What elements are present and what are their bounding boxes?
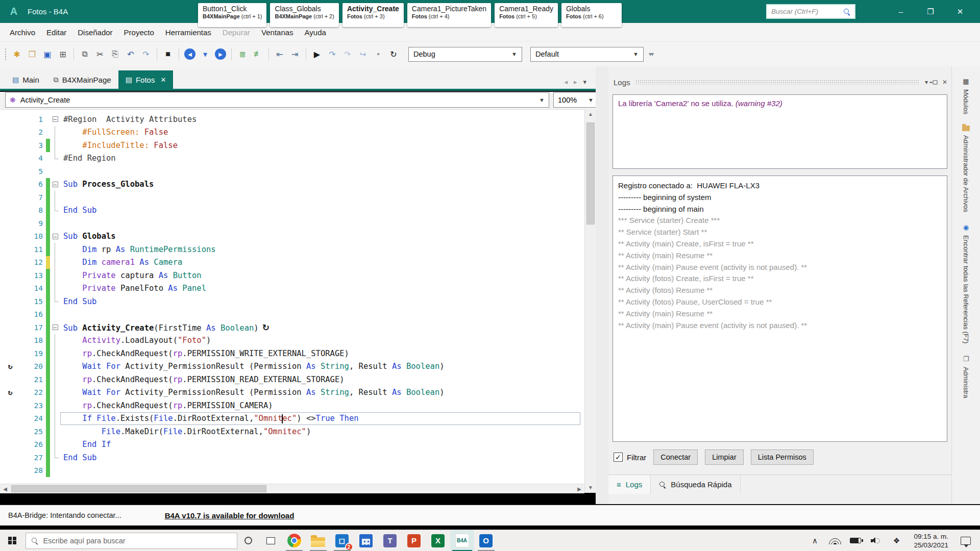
- code-text[interactable]: rp.CheckAndRequest(rp.PERMISSION_CAMERA): [60, 401, 273, 410]
- code-line-12[interactable]: 12 Dim camera1 As Camera: [0, 256, 584, 269]
- code-line-15[interactable]: 15End Sub: [0, 295, 584, 308]
- comment-button[interactable]: ≣: [236, 47, 249, 61]
- bookmark-button[interactable]: ■: [161, 47, 175, 61]
- restart-button[interactable]: ↻: [387, 47, 400, 61]
- tab-logs[interactable]: ≡ Logs: [608, 475, 651, 494]
- sub-selector-combobox[interactable]: ❋ Activity_Create ▼: [5, 92, 549, 108]
- scrollbar-thumb[interactable]: [586, 122, 595, 224]
- code-text[interactable]: Sub Process_Globals: [60, 180, 154, 189]
- zoom-combobox[interactable]: 100% ▼: [553, 92, 598, 108]
- scroll-right-icon[interactable]: ▶: [574, 484, 584, 494]
- code-line-21[interactable]: 21 rp.CheckAndRequest(rp.PERMISSION_READ…: [0, 373, 584, 386]
- quick-tab-camera1-ready[interactable]: Camera1_ReadyFotos (ctrl + 5): [495, 3, 558, 27]
- code-line-25[interactable]: 25 File.MakeDir(File.DirRootExternal,"Om…: [0, 425, 584, 438]
- device-log-box[interactable]: Registro conectado a: HUAWEI FLA-LX3----…: [612, 176, 947, 442]
- explorer-taskbar-icon[interactable]: [306, 530, 330, 551]
- quick-tab-globals[interactable]: GlobalsFotos (ctrl + 6): [561, 3, 622, 27]
- code-line-14[interactable]: 14 Private PanelFoto As Panel: [0, 282, 584, 295]
- outdent-button[interactable]: ⇤: [273, 47, 286, 61]
- toolbar-grip[interactable]: [5, 48, 7, 60]
- teams-taskbar-icon[interactable]: T: [378, 530, 402, 551]
- fold-collapse-icon[interactable]: –: [53, 116, 58, 122]
- panel-menu-icon[interactable]: ▾: [925, 79, 928, 86]
- back-history-dropdown[interactable]: ▾: [199, 47, 212, 61]
- taskbar-search-box[interactable]: Escribe aquí para buscar: [26, 533, 237, 549]
- outlook-taskbar-icon[interactable]: O: [474, 530, 498, 551]
- paste-button[interactable]: ⎘: [109, 47, 122, 61]
- code-line-16[interactable]: 16: [0, 308, 584, 321]
- new-project-button[interactable]: ✱: [10, 47, 23, 61]
- badged-app-taskbar-icon[interactable]: ◻2: [330, 530, 354, 551]
- scroll-down-icon[interactable]: ▼: [585, 483, 596, 493]
- save-button[interactable]: ▣: [41, 47, 54, 61]
- tray-chevron-up-icon[interactable]: ∧: [805, 530, 824, 551]
- code-line-7[interactable]: 7: [0, 191, 584, 204]
- code-line-18[interactable]: 18 Activity.LoadLayout("Foto"): [0, 334, 584, 347]
- debug-mode-combobox[interactable]: Debug▼: [408, 47, 522, 62]
- code-line-11[interactable]: 11 Dim rp As RuntimePermissions: [0, 243, 584, 256]
- panel-grip[interactable]: [635, 80, 920, 85]
- sidebar-item-administra[interactable]: ❐Administra: [952, 355, 980, 398]
- code-line-2[interactable]: 2 #FullScreen: False: [0, 126, 584, 139]
- code-line-22[interactable]: ↻22 Wait For Activity_PermissionResult (…: [0, 386, 584, 399]
- code-text[interactable]: Dim camera1 As Camera: [60, 258, 182, 267]
- resume-button[interactable]: ↪: [356, 47, 370, 61]
- task-view-button[interactable]: [260, 530, 282, 551]
- build-configuration-combobox[interactable]: Default▼: [530, 47, 644, 62]
- code-line-1[interactable]: 1–#Region Activity Attributes: [0, 113, 584, 126]
- quick-tab-activity-create[interactable]: Activity_CreateFotos (ctrl + 3): [342, 3, 404, 27]
- sidebar-item-modulos[interactable]: ▦Módulos: [952, 78, 980, 114]
- undock-tab-button[interactable]: ⧉: [78, 47, 91, 61]
- tab-scroll-left-icon[interactable]: ◂: [564, 78, 568, 86]
- menu-editar[interactable]: Editar: [41, 25, 72, 40]
- code-line-19[interactable]: 19 rp.CheckAndRequest(rp.PERMISSION_WRIT…: [0, 347, 584, 360]
- code-text[interactable]: Dim rp As RuntimePermissions: [60, 245, 216, 254]
- search-box[interactable]: Buscar (Ctrl+F): [766, 4, 855, 19]
- code-text[interactable]: #IncludeTitle: False: [60, 141, 178, 150]
- taskbar-clock[interactable]: 09:15 a. m. 25/03/2021: [914, 532, 948, 549]
- compiler-warning-box[interactable]: La librería 'Camera2' no se utiliza. (wa…: [612, 94, 947, 169]
- quick-tab-class-globals[interactable]: Class_GlobalsB4XMainPage (ctrl + 2): [270, 3, 338, 27]
- close-button[interactable]: ✕: [945, 0, 975, 23]
- code-line-5[interactable]: 5: [0, 165, 584, 178]
- code-line-10[interactable]: 10–Sub Globals: [0, 230, 584, 243]
- code-text[interactable]: #Region Activity Attributes: [60, 115, 197, 124]
- volume-icon[interactable]: [867, 530, 885, 551]
- code-text[interactable]: Wait For Activity_PermissionResult (Perm…: [60, 362, 445, 371]
- minimize-button[interactable]: –: [886, 0, 916, 23]
- redo-button[interactable]: ↷: [139, 47, 153, 61]
- code-text[interactable]: rp.CheckAndRequest(rp.PERMISSION_WRITE_E…: [60, 349, 349, 358]
- powerpoint-taskbar-icon[interactable]: P: [402, 530, 426, 551]
- code-text[interactable]: End Sub: [60, 297, 96, 306]
- code-line-23[interactable]: 23 rp.CheckAndRequest(rp.PERMISSION_CAME…: [0, 399, 584, 412]
- editor-tab-fotos[interactable]: ▤Fotos✕: [118, 70, 174, 89]
- sidebar-item-encontrar-todas-las-referencias-f7[interactable]: ◉Encontrar todas las Referencias (F7): [952, 223, 980, 343]
- tab-scroll-right-icon[interactable]: ▸: [574, 78, 577, 86]
- code-text[interactable]: Activity.LoadLayout("Foto"): [60, 336, 211, 345]
- close-panel-icon[interactable]: ✕: [942, 79, 947, 86]
- close-tab-icon[interactable]: ✕: [160, 76, 166, 84]
- code-line-24[interactable]: 24 If File.Exists(File.DirRootExternal,"…: [0, 412, 584, 425]
- code-line-6[interactable]: 6–Sub Process_Globals: [0, 178, 584, 191]
- navigate-back-button[interactable]: ◀: [184, 48, 195, 60]
- code-line-20[interactable]: ↻20 Wait For Activity_PermissionResult (…: [0, 360, 584, 373]
- wifi-icon[interactable]: [826, 530, 844, 551]
- chrome-taskbar-icon[interactable]: [282, 530, 306, 551]
- run-button[interactable]: ▶: [310, 47, 324, 61]
- code-line-4[interactable]: 4#End Region: [0, 152, 584, 165]
- calendar-taskbar-icon[interactable]: [354, 530, 378, 551]
- code-line-28[interactable]: 28: [0, 464, 584, 478]
- fold-collapse-icon[interactable]: –: [53, 324, 58, 330]
- navigate-forward-button[interactable]: ▶: [215, 48, 226, 60]
- fold-collapse-icon[interactable]: –: [53, 182, 58, 187]
- code-text[interactable]: #FullScreen: False: [60, 128, 168, 137]
- start-button[interactable]: [8, 537, 16, 545]
- code-text[interactable]: Private PanelFoto As Panel: [60, 284, 206, 293]
- excel-taskbar-icon[interactable]: X: [426, 530, 450, 551]
- limpiar-button[interactable]: Limpiar: [705, 449, 744, 465]
- pin-icon[interactable]: [933, 80, 937, 84]
- code-text[interactable]: Private captura As Button: [60, 271, 202, 280]
- code-text[interactable]: File.MakeDir(File.DirRootExternal,"Omnit…: [60, 427, 311, 436]
- code-text[interactable]: End If: [60, 440, 111, 449]
- code-editor[interactable]: 1–#Region Activity Attributes2 #FullScre…: [0, 109, 584, 484]
